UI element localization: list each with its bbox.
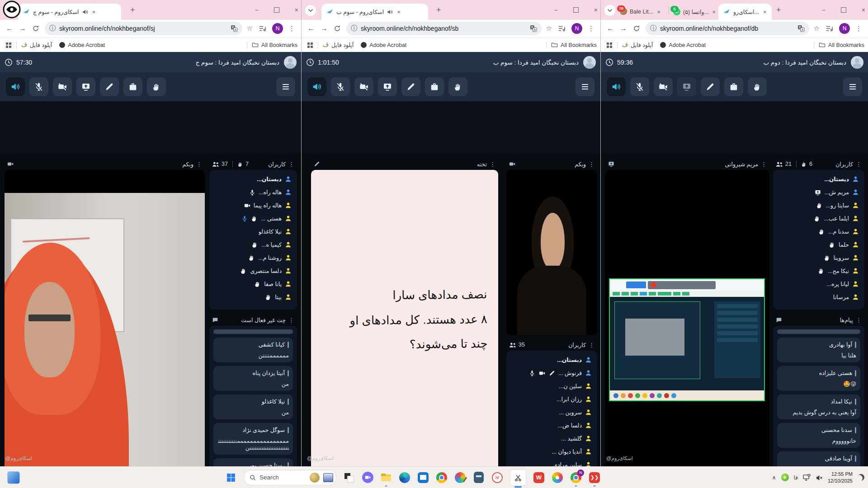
menu-button[interactable] <box>576 77 594 96</box>
tab-close-icon[interactable]: × <box>397 9 401 15</box>
all-bookmarks[interactable]: All Bookmarks <box>542 42 597 49</box>
screenshare-video[interactable] <box>605 170 769 467</box>
tab-search-icon[interactable] <box>604 5 615 16</box>
chat-messages[interactable]: آوا بهادریهلنا بیا هستی علیزاده😜🤩 نیکا ا… <box>773 326 864 467</box>
microphone-muted-button[interactable] <box>630 77 649 96</box>
file-explorer-icon[interactable] <box>380 472 392 483</box>
speaker-button[interactable] <box>307 77 326 96</box>
wps-office-icon[interactable]: W <box>533 472 545 483</box>
apps-grid-icon[interactable] <box>5 42 12 48</box>
tab-close-icon[interactable]: × <box>657 9 660 15</box>
taskbar-search[interactable]: Search <box>244 470 336 485</box>
chrome-profile-icon[interactable]: N <box>570 472 582 483</box>
tab-search-icon[interactable] <box>305 5 316 16</box>
file-library-button[interactable] <box>123 77 142 96</box>
users-menu-icon[interactable]: ⋮ <box>856 161 862 168</box>
user-row[interactable]: حلما <box>775 238 863 251</box>
clock[interactable]: 12:55 PM 12/10/2025 <box>828 471 853 484</box>
back-button[interactable]: ← <box>307 25 315 32</box>
user-row[interactable]: دبستان... <box>775 173 863 186</box>
all-bookmarks[interactable]: All Bookmarks <box>242 42 297 49</box>
users-menu-icon[interactable]: ⋮ <box>288 161 294 168</box>
user-row[interactable]: کیمیا ه... <box>211 238 295 251</box>
user-row[interactable]: دلسا منتصری <box>211 264 295 277</box>
room-avatar[interactable] <box>851 56 863 69</box>
user-row[interactable]: روشنا م... <box>211 251 295 264</box>
microphone-muted-button[interactable] <box>29 77 48 96</box>
bookmark-acrobat[interactable]: Adobe Acrobat <box>660 42 706 48</box>
iv-app-icon[interactable]: iV <box>491 472 503 483</box>
user-row[interactable]: هاله راه پیما <box>211 199 295 212</box>
user-row[interactable]: سلین مرادی <box>508 458 595 467</box>
red-diamond-app-icon[interactable]: ❯❯ <box>589 472 600 483</box>
language-indicator[interactable]: فا <box>794 474 798 481</box>
browser-menu-icon[interactable]: ⋮ <box>288 24 295 33</box>
user-row[interactable]: مرسانا <box>775 291 863 304</box>
user-row[interactable]: دلسا ض... <box>508 419 595 432</box>
tab-close-icon[interactable]: × <box>763 9 767 15</box>
user-row[interactable]: سروینا <box>775 251 863 264</box>
user-row[interactable]: ایلما عب... <box>775 212 863 225</box>
chat-menu-icon[interactable]: ⋮ <box>856 317 862 324</box>
bookmark-acrobat[interactable]: Adobe Acrobat <box>361 42 406 48</box>
forward-button[interactable]: → <box>321 25 328 32</box>
user-row[interactable]: مریم ش... <box>775 186 863 199</box>
bookmark-upload[interactable]: ڤ آپلود فایل <box>622 42 653 48</box>
whiteboard-pen-button[interactable] <box>100 77 119 96</box>
new-tab-button[interactable]: + <box>436 5 441 15</box>
minimize-button[interactable]: − <box>554 6 558 14</box>
search-highlight-box[interactable] <box>323 473 333 482</box>
widgets-icon[interactable] <box>7 471 20 484</box>
forward-button[interactable]: → <box>620 25 627 32</box>
user-row[interactable]: هستی ... <box>211 212 295 225</box>
maximize-button[interactable] <box>573 7 579 13</box>
menu-button[interactable] <box>843 77 862 96</box>
forward-button[interactable]: → <box>19 25 26 32</box>
user-row[interactable]: یانا صفا <box>211 277 295 291</box>
whiteboard-pen-button[interactable] <box>401 77 420 96</box>
camera-muted-button[interactable] <box>53 77 72 96</box>
bookmark-star-icon[interactable]: ☆ <box>814 24 820 33</box>
screen-share-button-disabled[interactable] <box>677 77 696 96</box>
raise-hand-button[interactable] <box>147 77 166 96</box>
side-panel-icon[interactable] <box>558 25 566 32</box>
whiteboard-menu-icon[interactable]: ⋮ <box>490 161 495 168</box>
eye-overlay-icon[interactable] <box>3 0 21 19</box>
chat-messages[interactable]: کیانا کشفیممممممننننن آنیتا یزدان پناهمن… <box>209 326 297 467</box>
microphone-muted-button[interactable] <box>331 77 350 96</box>
new-tab-button[interactable]: + <box>776 5 781 15</box>
user-row[interactable]: فرنوش ... <box>508 366 595 380</box>
bookmark-star-icon[interactable]: ☆ <box>247 24 253 33</box>
back-button[interactable]: ← <box>6 25 13 32</box>
site-info-icon[interactable]: ⓘ <box>49 24 56 33</box>
scroll-thumb[interactable] <box>213 329 293 334</box>
tab-skyroom-sb[interactable]: اسکای‌روم - سوم ب × <box>321 4 428 20</box>
user-row[interactable]: دبستان... <box>211 173 295 186</box>
meet-app-icon[interactable] <box>362 472 373 483</box>
user-row[interactable]: لیانا پره... <box>775 277 863 291</box>
back-button[interactable]: ← <box>607 25 614 32</box>
start-button[interactable] <box>225 472 237 483</box>
url-field[interactable]: ⓘ skyroom.online/ch/nokhbeganof/db <box>646 22 809 35</box>
close-button[interactable]: × <box>295 6 298 14</box>
task-view-icon[interactable] <box>343 472 355 483</box>
url-field[interactable]: ⓘ skyroom.online/ch/nokhbeganof/sj <box>45 22 242 35</box>
profile-avatar[interactable]: N <box>839 23 850 34</box>
bookmark-acrobat[interactable]: Adobe Acrobat <box>59 42 105 48</box>
user-row[interactable]: دبستان... <box>508 353 595 366</box>
whiteboard-surface[interactable]: نصف مدادهای سارا ۸ عدد هستند. کل مدادهای… <box>311 170 498 467</box>
speaker-button[interactable] <box>607 77 626 96</box>
bookmark-upload[interactable]: ڤ آپلود فایل <box>21 42 52 48</box>
bookmark-upload[interactable]: ڤ آپلود فایل <box>323 42 354 48</box>
side-panel-icon[interactable] <box>826 25 833 32</box>
user-row[interactable]: هاله راه... <box>211 186 295 199</box>
edge-icon[interactable] <box>399 472 410 483</box>
side-panel-icon[interactable] <box>259 25 266 32</box>
user-row[interactable]: ساینا رو... <box>775 199 863 212</box>
minimize-button[interactable]: − <box>822 6 826 14</box>
speaker-button[interactable] <box>6 77 25 96</box>
reload-button[interactable] <box>334 25 341 32</box>
translate-icon[interactable] <box>231 25 238 32</box>
maximize-button[interactable] <box>274 7 279 13</box>
volume-muted-icon[interactable] <box>816 474 823 481</box>
